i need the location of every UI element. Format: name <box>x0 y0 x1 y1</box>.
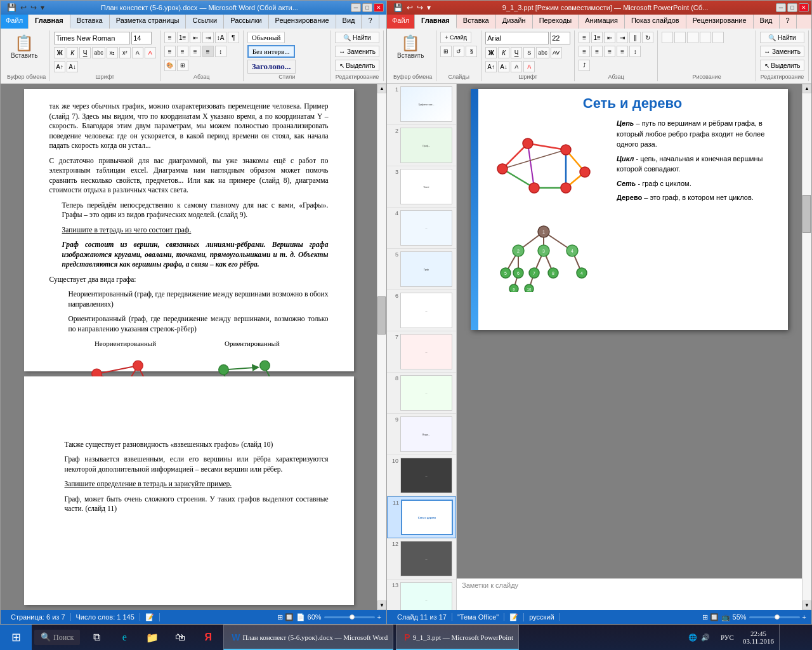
ppt-slide-thumb-12[interactable]: 12 ... <box>387 538 456 580</box>
word-style-nospacing[interactable]: Без интерв... <box>247 45 295 58</box>
ppt-shape-btn[interactable] <box>674 32 686 43</box>
ppt-clear-format-btn[interactable]: A <box>511 61 522 72</box>
taskbar-yandex[interactable]: Я <box>194 625 222 650</box>
ppt-slide-thumb-9[interactable]: 9 Виды... <box>387 414 456 455</box>
ppt-slide-thumb-13[interactable]: 13 ... <box>387 580 456 610</box>
ppt-columns-btn[interactable]: ‖ <box>629 32 641 43</box>
ppt-slide-thumb-10[interactable]: 10 ... <box>387 455 456 496</box>
word-strikethrough-btn[interactable]: abc <box>92 47 105 58</box>
word-font-size-input[interactable] <box>131 32 152 44</box>
ppt-slide-thumb-5[interactable]: 5 Граф <box>387 249 456 290</box>
word-save-icon[interactable]: 💾 <box>6 3 18 13</box>
ppt-tab-design[interactable]: Дизайн <box>496 15 533 29</box>
tray-clock[interactable]: 22:45 03.11.2016 <box>738 630 779 645</box>
word-text-color-btn[interactable]: A <box>145 47 156 58</box>
word-scroll-up-btn[interactable]: ▲ <box>377 84 386 93</box>
ppt-justify-btn[interactable]: ≡ <box>617 46 628 57</box>
word-close-btn[interactable]: ✕ <box>374 3 384 12</box>
ppt-scroll-down-btn[interactable]: ▼ <box>802 600 811 610</box>
ppt-font-size-input[interactable] <box>550 32 570 44</box>
word-find-btn[interactable]: 🔍 Найти <box>335 32 379 43</box>
taskbar-search[interactable]: 🔍 Поиск <box>34 630 80 645</box>
ppt-numbering-btn[interactable]: 1≡ <box>591 32 603 43</box>
ppt-font-size-down-btn[interactable]: A↓ <box>498 61 509 72</box>
word-tab-review[interactable]: Рецензирование <box>269 15 336 29</box>
ppt-tab-review[interactable]: Рецензирование <box>686 15 754 29</box>
word-tab-refs[interactable]: Ссылки <box>186 15 224 29</box>
word-dropdown-icon[interactable]: ▾ <box>39 3 46 13</box>
ppt-arrange-btn[interactable] <box>712 32 724 43</box>
ppt-scroll-up-btn[interactable]: ▲ <box>802 84 811 93</box>
taskbar-store[interactable]: 🛍 <box>166 625 194 650</box>
word-tab-insert[interactable]: Вставка <box>70 15 110 29</box>
ppt-italic-btn[interactable]: К <box>498 47 509 58</box>
word-indent-less-btn[interactable]: ⇤ <box>190 32 201 43</box>
ppt-shape-btn[interactable] <box>700 32 711 43</box>
ppt-tab-slideshow[interactable]: Показ слайдов <box>625 15 686 29</box>
ppt-tab-file[interactable]: Файл <box>387 15 415 29</box>
ppt-minimize-btn[interactable]: ─ <box>776 3 786 12</box>
word-style-h1[interactable]: Заголово... <box>247 60 296 74</box>
ppt-zoom-bar[interactable] <box>749 616 800 618</box>
word-align-left-btn[interactable]: ≡ <box>164 46 176 57</box>
word-select-btn[interactable]: ↖ Выделить <box>335 60 379 71</box>
ppt-slides-scroll[interactable]: 1 Графические... 2 Граф... 3 <box>387 84 456 610</box>
word-scroll-track[interactable] <box>377 93 386 600</box>
taskbar-edge[interactable]: e <box>110 625 138 650</box>
ppt-bullets-btn[interactable]: ≡ <box>579 32 590 43</box>
ppt-undo-icon[interactable]: ↩ <box>405 3 414 13</box>
word-bold-btn[interactable]: Ж <box>54 47 65 58</box>
ppt-spell-icon[interactable]: 📝 <box>504 613 524 621</box>
word-para-marks-btn[interactable]: ¶ <box>228 32 239 43</box>
word-subscript-btn[interactable]: x₂ <box>107 47 118 58</box>
ppt-underline-btn[interactable]: Ч <box>511 47 522 58</box>
start-button[interactable]: ⊞ <box>0 625 32 650</box>
ppt-tab-help[interactable]: ? <box>780 15 797 29</box>
ppt-tab-home[interactable]: Главная <box>415 15 457 29</box>
word-numbering-btn[interactable]: 1≡ <box>177 32 188 43</box>
ppt-convert-btn[interactable]: ⤴ <box>579 60 590 71</box>
ppt-slide-thumb-6[interactable]: 6 ... <box>387 290 456 331</box>
word-borders-btn[interactable]: ⊞ <box>177 60 188 71</box>
word-superscript-btn[interactable]: x² <box>119 47 131 58</box>
ppt-tab-animation[interactable]: Анимация <box>579 15 625 29</box>
tray-language[interactable]: РУС <box>717 633 738 641</box>
word-zoom-bar[interactable] <box>324 616 375 618</box>
word-maximize-btn[interactable]: □ <box>362 3 372 12</box>
ppt-line-spacing-btn[interactable]: ↕ <box>629 46 641 57</box>
taskbar-explorer[interactable]: 📁 <box>138 625 166 650</box>
ppt-find-btn[interactable]: 🔍 Найти <box>760 32 804 43</box>
word-spell-icon[interactable]: 📝 <box>140 613 160 621</box>
word-redo-icon[interactable]: ↪ <box>29 3 38 13</box>
ppt-tab-view[interactable]: Вид <box>754 15 780 29</box>
ppt-shadow-btn[interactable]: S <box>523 47 535 58</box>
word-zoom-plus-btn[interactable]: + <box>377 613 381 621</box>
ppt-spacing-btn[interactable]: AV <box>551 47 562 58</box>
ppt-align-center-btn[interactable]: ≡ <box>591 46 603 57</box>
ppt-select-btn[interactable]: ↖ Выделить <box>760 60 804 71</box>
taskbar-task-view[interactable]: ⧉ <box>82 625 110 650</box>
tray-network-icon[interactable]: 🌐 <box>688 633 697 642</box>
word-sort-btn[interactable]: ↕A <box>215 32 226 43</box>
ppt-strikethrough-btn[interactable]: abc <box>536 47 549 58</box>
ppt-paste-btn[interactable]: 📋 Вставить <box>393 32 428 62</box>
word-indent-more-btn[interactable]: ⇥ <box>202 32 214 43</box>
tray-speaker-icon[interactable]: 🔊 <box>701 633 710 642</box>
ppt-close-btn[interactable]: ✕ <box>799 3 809 12</box>
ppt-zoom-handle[interactable] <box>775 614 780 620</box>
ppt-zoom-plus-btn[interactable]: + <box>802 613 806 621</box>
word-style-normal[interactable]: Обычный <box>247 32 285 43</box>
word-align-center-btn[interactable]: ≡ <box>177 46 188 57</box>
word-paste-btn[interactable]: 📋 Вставить <box>7 32 41 62</box>
ppt-shape-btn[interactable] <box>662 32 673 43</box>
word-align-right-btn[interactable]: ≡ <box>190 46 201 57</box>
ppt-slide-thumb-4[interactable]: 4 ... <box>387 208 456 249</box>
ppt-font-name-input[interactable] <box>485 32 549 44</box>
ppt-section-btn[interactable]: § <box>466 46 477 57</box>
ppt-layout-btn[interactable]: ⊞ <box>440 46 452 57</box>
ppt-scroll-thumb[interactable] <box>802 195 811 233</box>
word-font-size-up-btn[interactable]: A↑ <box>54 61 65 72</box>
ppt-scroll-track[interactable] <box>802 93 811 600</box>
ppt-redo-icon[interactable]: ↪ <box>416 3 424 13</box>
ppt-shape-btn[interactable] <box>687 32 698 43</box>
